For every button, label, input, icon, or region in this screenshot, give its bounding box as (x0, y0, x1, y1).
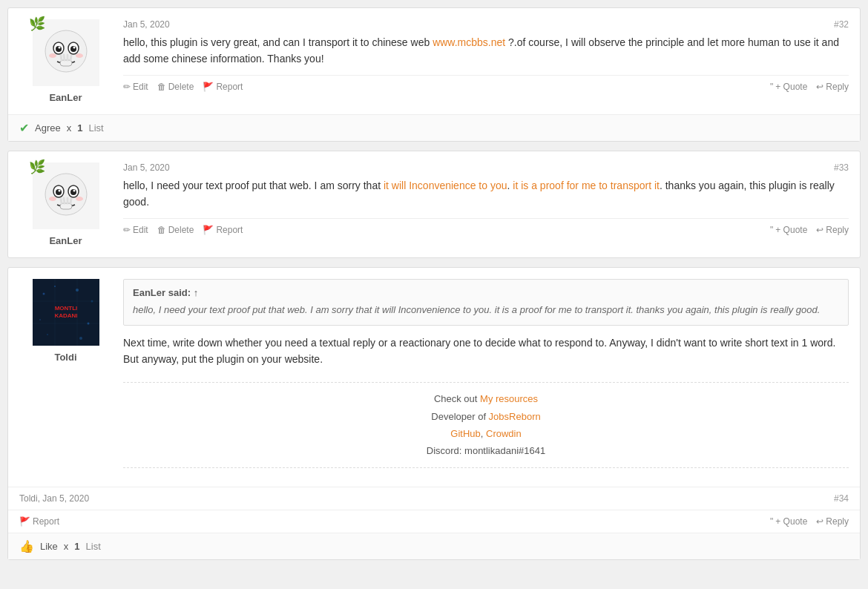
svg-point-20 (73, 190, 75, 192)
body-text-33-1: hello, I need your text proof put that w… (123, 180, 384, 191)
like-icon-34: 👍 (19, 539, 34, 553)
svg-point-19 (58, 190, 60, 192)
reaction-label-34: Like (40, 541, 58, 552)
post-body-34: Next time, write down whether you need a… (123, 335, 849, 368)
reply-button-32[interactable]: ↩ Reply (816, 82, 849, 92)
leaf-icon-32: 🌿 (29, 16, 45, 32)
post-34: MONTLI KADANI Toldi EanLer said: ↑ hello… (7, 267, 861, 560)
body-link-33-1[interactable]: it will Inconvenience to you (384, 180, 507, 191)
report-button-34[interactable]: 🚩 Report (19, 516, 59, 527)
reaction-label-32: Agree (35, 122, 61, 134)
sig-jobsreborn-link[interactable]: JobsReborn (489, 411, 541, 422)
user-sidebar-33: 🌿 (19, 162, 123, 246)
body-link-32[interactable]: www.mcbbs.net (433, 36, 505, 48)
reactions-bar-32: ✔ Agree x 1 List (8, 114, 860, 141)
sig-line-3: GitHub, Crowdin (123, 425, 849, 442)
sig-github-link[interactable]: GitHub (450, 428, 480, 439)
reply-button-33[interactable]: ↩ Reply (816, 225, 849, 235)
reaction-count-34: 1 (74, 541, 79, 552)
report-button-32[interactable]: 🚩 Report (203, 82, 243, 92)
post-number-32: #32 (834, 19, 849, 30)
sig-my-resources-link[interactable]: My resources (480, 393, 538, 404)
username-34[interactable]: Toldi (54, 352, 76, 363)
sig-discord: Discord: montlikadani#1641 (123, 442, 849, 459)
quote-button-32[interactable]: " + Quote (770, 82, 807, 92)
avatar-svg-33 (36, 166, 96, 226)
post-meta-author-34: Toldi, Jan 5, 2020 (19, 493, 89, 504)
avatar-svg-34: MONTLI KADANI (33, 279, 99, 346)
svg-point-22 (76, 197, 83, 201)
post-content-33: Jan 5, 2020 #33 hello, I need your text … (123, 162, 849, 246)
report-button-33[interactable]: 🚩 Report (203, 225, 243, 235)
username-32[interactable]: EanLer (49, 92, 82, 103)
action-right-33: " + Quote ↩ Reply (770, 225, 849, 235)
post-33: 🌿 (7, 151, 861, 258)
sig-crowdin-link[interactable]: Crowdin (486, 428, 522, 439)
post-content-32: Jan 5, 2020 #32 hello, this plugin is ve… (123, 19, 849, 103)
svg-text:KADANI: KADANI (54, 312, 77, 319)
user-sidebar-32: 🌿 (19, 19, 123, 103)
svg-line-13 (70, 56, 71, 60)
post-actions-34: 🚩 Report " + Quote ↩ Reply (8, 510, 860, 533)
post-actions-33: ✏ Edit 🗑 Delete 🚩 Report " + Quote ↩ Rep… (123, 218, 849, 241)
quote-author-34: EanLer said: ↑ (133, 287, 839, 298)
post-date-33: Jan 5, 2020 (123, 162, 170, 173)
leaf-icon-33: 🌿 (29, 159, 45, 175)
svg-point-6 (73, 47, 75, 49)
avatar-svg-32 (36, 23, 96, 82)
reaction-list-34[interactable]: List (86, 541, 101, 552)
svg-point-33 (39, 319, 41, 320)
body-text-34: Next time, write down whether you need a… (123, 337, 835, 365)
svg-line-27 (70, 199, 71, 203)
avatar-wrapper-34: MONTLI KADANI (33, 279, 99, 346)
post-main-34: MONTLI KADANI Toldi EanLer said: ↑ hello… (8, 268, 860, 487)
post-meta-32: Jan 5, 2020 #32 (123, 19, 849, 30)
post-32: 🌿 (7, 7, 861, 142)
reply-button-34[interactable]: ↩ Reply (816, 516, 849, 527)
reaction-count-32: 1 (77, 122, 82, 134)
svg-line-25 (64, 198, 65, 203)
reaction-x-34: x (64, 541, 69, 552)
edit-button-33[interactable]: ✏ Edit (123, 225, 148, 235)
quote-box-34: EanLer said: ↑ hello, I need your text p… (123, 279, 849, 326)
post-date-32: Jan 5, 2020 (123, 19, 170, 30)
post-meta-33: Jan 5, 2020 #33 (123, 162, 849, 173)
avatar-wrapper-32: 🌿 (33, 19, 99, 86)
post-number-34: #34 (834, 493, 849, 504)
svg-line-10 (61, 56, 62, 60)
sig-line-2: Developer of JobsReborn (123, 408, 849, 425)
post-number-33: #33 (834, 162, 849, 173)
post-body-33: hello, I need your text proof put that w… (123, 177, 849, 211)
user-sidebar-34: MONTLI KADANI Toldi (19, 279, 123, 476)
reaction-x-32: x (67, 122, 72, 134)
svg-point-21 (49, 197, 56, 201)
post-content-34: EanLer said: ↑ hello, I need your text p… (123, 279, 849, 476)
post-footer-34: Toldi, Jan 5, 2020 #34 (8, 487, 860, 510)
action-right-32: " + Quote ↩ Reply (770, 82, 849, 92)
svg-point-7 (49, 53, 56, 58)
username-33[interactable]: EanLer (49, 235, 82, 246)
reactions-bar-34: 👍 Like x 1 List (8, 533, 860, 559)
svg-point-5 (58, 47, 60, 49)
quote-button-34[interactable]: " + Quote (770, 516, 807, 527)
signature-34: Check out My resources Developer of Jobs… (123, 382, 849, 468)
action-right-34: " + Quote ↩ Reply (770, 516, 849, 527)
reaction-list-32[interactable]: List (88, 122, 103, 134)
edit-button-32[interactable]: ✏ Edit (123, 82, 148, 92)
svg-point-35 (47, 334, 48, 335)
delete-button-32[interactable]: 🗑 Delete (157, 82, 194, 92)
avatar-34: MONTLI KADANI (33, 279, 99, 346)
quote-button-33[interactable]: " + Quote (770, 225, 807, 235)
svg-line-11 (64, 55, 65, 60)
svg-point-36 (79, 337, 82, 340)
quote-content-34: hello, I need your text proof put that w… (133, 303, 839, 317)
agree-icon-32: ✔ (19, 121, 29, 135)
post-author-date-34: Toldi, Jan 5, 2020 (19, 493, 89, 504)
post-actions-32: ✏ Edit 🗑 Delete 🚩 Report " + Quote ↩ Rep… (123, 75, 849, 98)
body-link-33-2[interactable]: it is a proof for me to transport it (513, 180, 660, 191)
avatar-wrapper-33: 🌿 (33, 162, 99, 229)
post-body-32: hello, this plugin is very great, and ca… (123, 34, 849, 68)
body-text-32-1: hello, this plugin is very great, and ca… (123, 36, 433, 48)
svg-point-8 (76, 53, 83, 58)
delete-button-33[interactable]: 🗑 Delete (157, 225, 194, 235)
